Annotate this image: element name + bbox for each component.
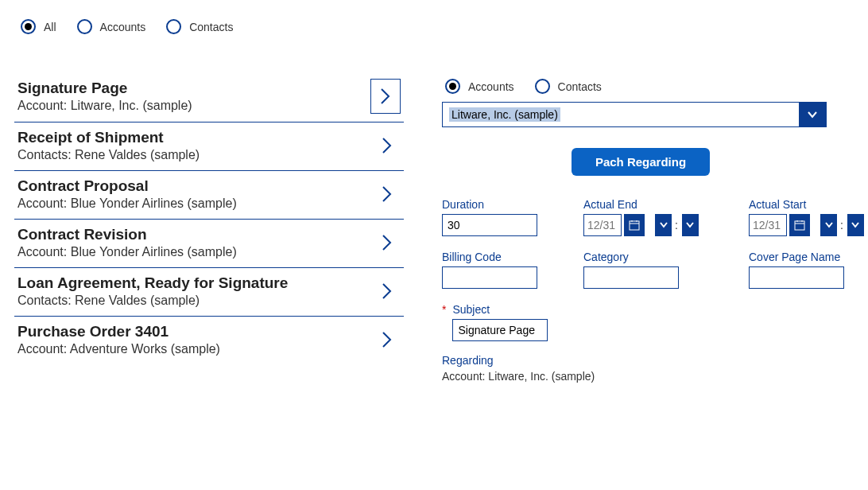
hour-dropdown[interactable] (654, 214, 672, 236)
actual-end-date-input[interactable] (583, 214, 622, 236)
field-actual-start: Actual Start : (749, 198, 868, 236)
minute-dropdown[interactable] (681, 214, 699, 236)
field-label: Cover Page Name (749, 251, 868, 263)
radio-icon (445, 79, 460, 94)
list-item-sub: Account: Litware, Inc. (sample) (17, 99, 192, 113)
field-label: Duration (442, 198, 561, 211)
regarding-value: Account: Litware, Inc. (sample) (442, 370, 839, 383)
cover-page-input[interactable] (749, 266, 844, 289)
radio-label: Contacts (558, 80, 602, 93)
chevron-down-icon[interactable] (799, 103, 826, 126)
list-item[interactable]: Loan Agreement, Ready for Signature Cont… (14, 268, 404, 317)
required-indicator: * (442, 303, 446, 316)
actual-start-date-input[interactable] (749, 214, 787, 236)
radio-icon (535, 79, 550, 94)
field-category: Category (583, 251, 727, 289)
field-duration: Duration (442, 198, 561, 236)
radio-detail-contacts[interactable]: Contacts (535, 79, 602, 94)
list-item-title: Loan Agreement, Ready for Signature (17, 274, 288, 292)
radio-contacts[interactable]: Contacts (166, 19, 233, 34)
pach-regarding-button[interactable]: Pach Regarding (572, 148, 710, 176)
radio-detail-accounts[interactable]: Accounts (445, 79, 514, 94)
minute-dropdown[interactable] (847, 214, 864, 236)
duration-input[interactable] (442, 214, 537, 236)
field-label: Actual Start (749, 198, 868, 211)
field-label: Category (583, 251, 727, 263)
list-item-sub: Account: Blue Yonder Airlines (sample) (17, 245, 237, 259)
entity-combobox[interactable]: Litware, Inc. (sample) (442, 102, 827, 127)
time-colon: : (839, 219, 844, 231)
list-item-sub: Account: Blue Yonder Airlines (sample) (17, 196, 237, 211)
list-item-title: Receipt of Shipment (17, 129, 200, 146)
radio-icon (77, 19, 92, 34)
chevron-right-icon[interactable] (374, 130, 401, 161)
field-label: Billing Code (442, 251, 561, 263)
list-item-title: Signature Page (17, 80, 192, 97)
chevron-right-icon[interactable] (374, 178, 401, 210)
list-item-title: Contract Proposal (17, 177, 237, 195)
billing-code-input[interactable] (442, 266, 537, 289)
radio-label: Accounts (468, 80, 514, 93)
record-list: Signature Page Account: Litware, Inc. (s… (14, 79, 404, 383)
field-regarding: Regarding Account: Litware, Inc. (sample… (442, 354, 839, 383)
combobox-value: Litware, Inc. (sample) (443, 103, 799, 126)
field-subject: Subject (452, 303, 548, 341)
list-item[interactable]: Signature Page Account: Litware, Inc. (s… (14, 79, 404, 122)
top-filter-radios: All Accounts Contacts (14, 19, 854, 34)
chevron-right-icon[interactable] (374, 227, 401, 259)
radio-label-all: All (44, 21, 56, 33)
field-label: Regarding (442, 354, 839, 367)
list-item[interactable]: Receipt of Shipment Contacts: Rene Valde… (14, 122, 404, 171)
field-actual-end: Actual End : (583, 198, 727, 236)
chevron-right-icon[interactable] (374, 275, 401, 307)
chevron-right-icon[interactable] (370, 79, 401, 114)
list-item[interactable]: Contract Revision Account: Blue Yonder A… (14, 220, 404, 268)
list-item-sub: Account: Adventure Works (sample) (17, 342, 220, 356)
list-item-sub: Contacts: Rene Valdes (sample) (17, 294, 288, 308)
field-billing-code: Billing Code (442, 251, 561, 289)
radio-icon (21, 19, 36, 34)
list-item[interactable]: Purchase Order 3401 Account: Adventure W… (14, 317, 404, 364)
list-item-title: Purchase Order 3401 (17, 323, 220, 340)
time-colon: : (674, 219, 679, 231)
calendar-icon[interactable] (789, 214, 810, 236)
radio-accounts[interactable]: Accounts (77, 19, 146, 34)
field-cover-page: Cover Page Name (749, 251, 868, 289)
radio-icon (166, 19, 181, 34)
svg-rect-0 (630, 221, 639, 230)
chevron-right-icon[interactable] (374, 324, 401, 356)
radio-label-contacts: Contacts (189, 21, 233, 33)
detail-panel: Accounts Contacts Litware, Inc. (sample)… (442, 79, 839, 383)
list-item[interactable]: Contract Proposal Account: Blue Yonder A… (14, 171, 404, 220)
list-item-sub: Contacts: Rene Valdes (sample) (17, 148, 200, 162)
field-label: Actual End (583, 198, 727, 211)
radio-all[interactable]: All (21, 19, 56, 34)
subject-input[interactable] (452, 319, 548, 341)
svg-rect-4 (795, 221, 804, 230)
radio-label-accounts: Accounts (100, 21, 146, 33)
calendar-icon[interactable] (624, 214, 645, 236)
field-label: Subject (452, 303, 548, 316)
hour-dropdown[interactable] (820, 214, 837, 236)
list-item-title: Contract Revision (17, 226, 237, 243)
category-input[interactable] (583, 266, 679, 289)
detail-filter-radios: Accounts Contacts (442, 79, 839, 94)
